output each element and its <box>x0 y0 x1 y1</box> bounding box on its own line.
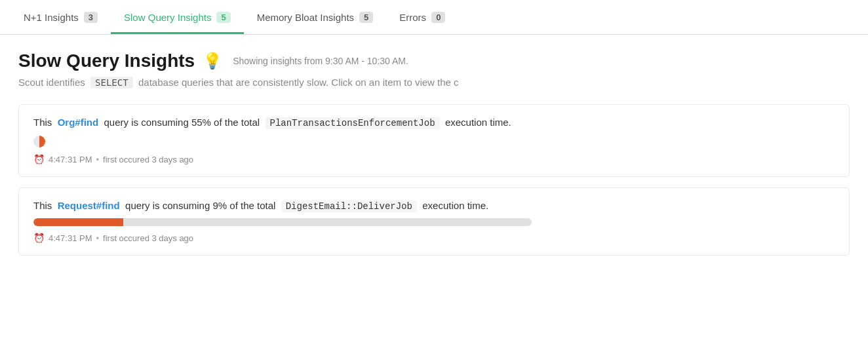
tab-memory-bloat-insights-badge: 5 <box>359 12 373 23</box>
insight-2-prefix: This <box>33 200 52 211</box>
insight-2-time: 4:47:31 PM <box>49 233 92 243</box>
tab-memory-bloat-insights-label: Memory Bloat Insights <box>257 12 354 23</box>
tab-slow-query-insights[interactable]: Slow Query Insights 5 <box>111 0 244 34</box>
tab-n1-insights-label: N+1 Insights <box>24 12 79 23</box>
page-header: Slow Query Insights 💡 Showing insights f… <box>18 50 850 71</box>
tab-slow-query-insights-label: Slow Query Insights <box>124 12 211 23</box>
insight-2-occurred: first occured 3 days ago <box>103 233 193 243</box>
tab-slow-query-insights-badge: 5 <box>216 12 230 23</box>
description-keyword: SELECT <box>90 77 133 88</box>
insight-card-1[interactable]: This Org#find query is consuming 55% of … <box>18 104 850 177</box>
insight-1-middle: query is consuming 55% of the total <box>104 117 260 128</box>
insight-1-prefix: This <box>33 117 52 128</box>
description-prefix: Scout identifies <box>18 77 85 88</box>
time-range: Showing insights from 9:30 AM - 10:30 AM… <box>233 56 408 66</box>
insight-1-time: 4:47:31 PM <box>49 155 92 164</box>
donut-progress-icon <box>33 136 45 147</box>
insight-2-progress-bar-container <box>33 218 532 226</box>
insight-1-occurred: first occured 3 days ago <box>103 155 193 164</box>
clock-icon-2: ⏰ <box>33 233 45 243</box>
tab-errors[interactable]: Errors 0 <box>386 0 458 34</box>
insight-1-timestamp-row: ⏰ 4:47:31 PM • first occured 3 days ago <box>33 154 835 164</box>
bulb-icon: 💡 <box>203 52 222 70</box>
tab-errors-label: Errors <box>399 12 426 23</box>
insight-2-progress-fill <box>33 218 123 226</box>
tab-errors-badge: 0 <box>431 12 445 23</box>
insight-2-job: DigestEmail::DeliverJob <box>281 201 417 212</box>
dot-sep-1: • <box>96 155 100 164</box>
insight-1-text: This Org#find query is consuming 55% of … <box>33 117 835 128</box>
insight-2-text: This Request#find query is consuming 9% … <box>33 200 835 212</box>
insight-1-query-link[interactable]: Org#find <box>58 117 99 128</box>
tab-bar: N+1 Insights 3 Slow Query Insights 5 Mem… <box>0 0 868 35</box>
insight-2-query-link[interactable]: Request#find <box>58 200 120 211</box>
insight-2-middle: query is consuming 9% of the total <box>125 200 275 211</box>
description: Scout identifies SELECT database queries… <box>18 77 850 88</box>
tab-memory-bloat-insights[interactable]: Memory Bloat Insights 5 <box>244 0 387 34</box>
insight-card-2[interactable]: This Request#find query is consuming 9% … <box>18 187 850 256</box>
dot-sep-2: • <box>96 233 100 243</box>
insight-1-suffix: execution time. <box>445 117 511 128</box>
description-suffix: database queries that are consistently s… <box>138 77 459 88</box>
page-title: Slow Query Insights <box>18 50 195 71</box>
clock-icon-1: ⏰ <box>33 154 45 164</box>
insight-1-job: PlanTransactionsEnforcementJob <box>266 117 440 129</box>
insight-1-progress-row <box>33 135 835 147</box>
insight-2-timestamp-row: ⏰ 4:47:31 PM • first occured 3 days ago <box>33 233 835 243</box>
tab-n1-insights[interactable]: N+1 Insights 3 <box>10 0 111 34</box>
tab-n1-insights-badge: 3 <box>84 12 98 23</box>
insight-2-suffix: execution time. <box>422 200 488 211</box>
main-content: Slow Query Insights 💡 Showing insights f… <box>0 35 868 282</box>
